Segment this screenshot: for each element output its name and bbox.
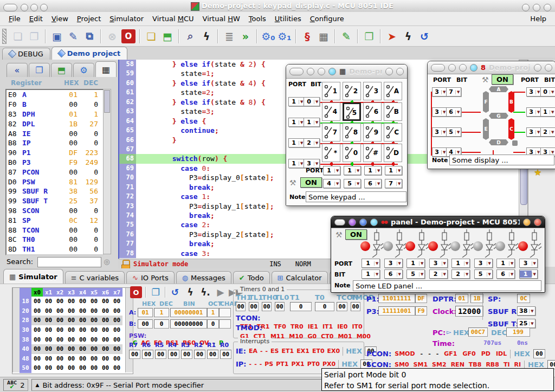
keypad-note-input[interactable]: Some keypad ...	[306, 191, 406, 202]
sfr-watches-icon[interactable]: §	[300, 29, 314, 43]
tmod-flag-M01[interactable]: M01	[338, 333, 352, 340]
memory-cell[interactable]: 00	[31, 344, 43, 354]
sevenseg-left0-bit-select[interactable]: 7▼	[446, 87, 461, 97]
line-number[interactable]: 76	[119, 230, 136, 239]
keypad-key-C[interactable]: C	[384, 123, 402, 142]
exit-icon[interactable]: O	[121, 29, 135, 43]
dptr-hi-value[interactable]: 01	[455, 294, 468, 303]
led-menu-button[interactable]	[334, 219, 345, 226]
sevenseg-right2-bit-select[interactable]: 2▼	[540, 127, 555, 137]
memory-cell[interactable]: 00	[100, 306, 111, 316]
menu-help[interactable]: Help	[526, 13, 551, 24]
toolbar-grip[interactable]	[2, 29, 7, 44]
sevenseg-right0-bit-select[interactable]: 0▼	[540, 87, 555, 97]
r-value-R3[interactable]: 00	[181, 350, 192, 359]
led-3-port-select[interactable]: 3▼	[429, 259, 448, 268]
sevenseg-right1-bit-select[interactable]: 1▼	[540, 107, 555, 117]
code-memory-icon[interactable]: ▦	[317, 29, 331, 43]
pc-step-icon[interactable]: ▻	[447, 329, 451, 336]
memory-cell[interactable]: 00	[88, 306, 100, 316]
memory-cell[interactable]: 00	[88, 325, 100, 335]
keypad-key-5[interactable]: 5	[343, 102, 361, 121]
pcon-flag--[interactable]: -	[421, 350, 423, 357]
menu-simulator[interactable]: Simulator	[105, 13, 148, 24]
led-3-bit-select[interactable]: 2▼	[429, 269, 448, 279]
line-number[interactable]: 74	[119, 211, 136, 220]
memory-cell[interactable]: 00	[77, 363, 88, 373]
reload-icon[interactable]: ↺	[417, 29, 431, 43]
tab-demo-project[interactable]: Demo project	[51, 47, 127, 60]
ip-flag-PX1[interactable]: PX1	[292, 361, 305, 368]
memory-cell[interactable]: 00	[54, 344, 66, 354]
window-minimize2-button[interactable]	[533, 3, 540, 11]
tmod-flag-G0[interactable]: G0	[307, 333, 317, 340]
line-number[interactable]: 67	[119, 145, 136, 154]
left-tab-folder-icon[interactable]: ⬒	[51, 63, 72, 77]
timer-value-TL1[interactable]: 00	[249, 302, 259, 311]
scon-flag-TI[interactable]: TI	[504, 361, 510, 368]
memory-cell[interactable]: 00	[66, 335, 77, 344]
scon-flag-SM2[interactable]: SM2	[432, 361, 447, 368]
tmod-flag-M10[interactable]: M10	[289, 333, 303, 340]
ip-flag-PS[interactable]: PS	[264, 361, 273, 368]
r-value-R7[interactable]: 00	[129, 350, 140, 359]
led-4-bit-select[interactable]: 2▼	[451, 269, 470, 279]
memory-cell[interactable]: 00	[54, 316, 66, 325]
line-number[interactable]: 69	[119, 164, 136, 173]
timer-value-TH0[interactable]: 00	[262, 302, 272, 311]
led-config-wrench-icon[interactable]: ⚒	[335, 230, 343, 239]
code-listing-icon[interactable]: ≣	[222, 29, 236, 43]
memory-cell[interactable]: 00	[88, 335, 100, 344]
line-number[interactable]: 75	[119, 220, 136, 229]
line-number[interactable]: 60	[119, 79, 136, 88]
p1-hex-value[interactable]: DF	[415, 294, 427, 303]
keypad-on-button[interactable]: ON	[300, 177, 322, 188]
memory-cell[interactable]: 00	[43, 297, 54, 306]
B-dec-value[interactable]: 0	[154, 319, 169, 329]
memory-cell[interactable]: 00	[88, 297, 100, 306]
memory-cell[interactable]: 00	[66, 297, 77, 306]
memory-cell[interactable]: 00	[100, 344, 111, 354]
keypad-key-2[interactable]: 2	[343, 82, 361, 100]
editor-icon[interactable]: ✎	[339, 29, 353, 43]
menu-tools[interactable]: Tools	[244, 13, 270, 24]
memory-col-header-x2[interactable]: x2	[54, 288, 66, 297]
menu-configure[interactable]: Configure	[306, 13, 349, 24]
led-1-port-select[interactable]: 3▼	[384, 259, 403, 268]
clock-value[interactable]: 12000	[455, 306, 483, 317]
sevenseg-window-titlebar[interactable]: 8 Demo-project	[428, 61, 555, 74]
led-note-input[interactable]: Some LED panel ...	[353, 280, 541, 291]
menu-utilities[interactable]: Utilities	[270, 13, 306, 24]
line-number[interactable]: 68	[119, 154, 136, 163]
bottom-tab-c-variables[interactable]: ≡C variables	[65, 271, 125, 284]
led-5-port-select[interactable]: 3▼	[474, 259, 493, 268]
B-hex-value[interactable]: 00	[138, 319, 153, 329]
ie-flag-ES[interactable]: ES	[270, 348, 279, 355]
register-row-dpl[interactable]: 82DPL1B27	[7, 119, 103, 128]
save-icon[interactable]: ▣	[50, 29, 64, 43]
led-2-bit-select[interactable]: 5▼	[406, 269, 425, 279]
memory-cell[interactable]: 00	[77, 344, 88, 354]
memory-cell[interactable]: 00	[66, 316, 77, 325]
assemble-icon[interactable]: ϟ	[401, 29, 415, 43]
scon-flag-SM1[interactable]: SM1	[414, 361, 428, 368]
sevenseg-minimize-button[interactable]	[448, 64, 456, 72]
left-tab-rewind-icon[interactable]: «	[7, 63, 28, 77]
memory-col-header-x0[interactable]: x0	[31, 288, 43, 297]
scon-flag-REN[interactable]: REN	[451, 361, 464, 368]
memory-cell[interactable]: 00	[54, 354, 66, 364]
pcon-flag--[interactable]: -	[428, 350, 431, 357]
memory-col-header-x4[interactable]: x4	[77, 288, 88, 297]
sevenseg-close-button[interactable]	[545, 64, 552, 72]
segment-E[interactable]: E	[483, 118, 489, 140]
keypad-col0-bit-select[interactable]: 4▼	[323, 179, 340, 188]
register-row-p3[interactable]: B0P3F9249	[7, 158, 103, 168]
memory-cell[interactable]: 00	[43, 363, 54, 373]
col-dec[interactable]: DEC	[83, 79, 98, 87]
memory-cell[interactable]: 00	[88, 344, 100, 354]
led-minimize-button[interactable]	[349, 219, 356, 226]
memory-cell[interactable]: 00	[66, 325, 77, 335]
A-dec-value[interactable]: 1	[154, 308, 169, 317]
line-number[interactable]: 61	[119, 88, 136, 97]
memory-col-header-x1[interactable]: x1	[43, 288, 54, 297]
